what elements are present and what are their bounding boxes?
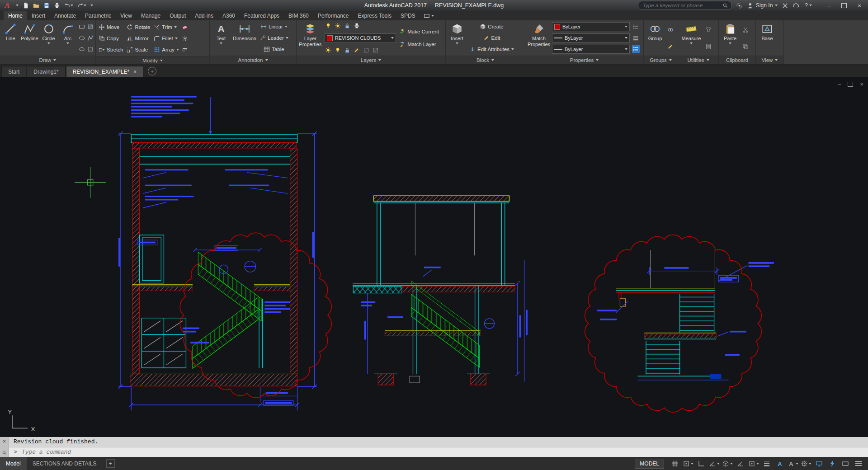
- layer-unlock-button[interactable]: [344, 47, 351, 54]
- maximize-button[interactable]: [836, 0, 852, 11]
- undo-button[interactable]: [63, 1, 75, 10]
- isometric-drafting-toggle[interactable]: [721, 459, 733, 469]
- layer-delete-button[interactable]: [372, 47, 380, 54]
- text-button[interactable]: Text: [211, 21, 231, 55]
- table-button[interactable]: Table: [262, 44, 286, 55]
- redo-button[interactable]: [76, 1, 88, 10]
- base-button[interactable]: Base: [757, 21, 777, 55]
- general-notes-text[interactable]: [131, 96, 212, 134]
- layer-dropdown[interactable]: REVISION CLOUDS: [325, 33, 396, 43]
- lineweight-toggle[interactable]: [760, 459, 773, 469]
- scale-button[interactable]: Scale: [125, 44, 151, 55]
- view-expand-icon[interactable]: [775, 59, 778, 61]
- stretch-button[interactable]: Stretch: [97, 44, 124, 55]
- qat-customize-caret[interactable]: [89, 1, 94, 10]
- minimize-button[interactable]: –: [821, 0, 836, 11]
- drawing-viewport[interactable]: Y X: [0, 77, 868, 437]
- layers-panel-label[interactable]: Layers: [297, 56, 445, 64]
- explode-button[interactable]: [181, 34, 189, 42]
- fillet-button[interactable]: Fillet: [152, 33, 180, 44]
- annotation-monitor-toggle[interactable]: [813, 459, 825, 469]
- block-expand-icon[interactable]: [491, 59, 494, 61]
- block-panel-label[interactable]: Block: [446, 56, 525, 64]
- copy-clip-button[interactable]: [742, 42, 750, 50]
- linear-button[interactable]: Linear: [259, 21, 289, 32]
- model-space-canvas[interactable]: Y X – ×: [0, 77, 868, 437]
- group-edit-button[interactable]: [667, 42, 675, 50]
- rotate-button[interactable]: Rotate: [125, 22, 151, 33]
- tab-close-icon[interactable]: ×: [133, 69, 137, 75]
- command-close-button[interactable]: ×: [3, 439, 6, 444]
- ribbon-tab-view[interactable]: View: [116, 11, 137, 20]
- ribbon-tab-spds[interactable]: SPDS: [396, 11, 420, 20]
- ribbon-tab-parametric[interactable]: Parametric: [80, 11, 116, 20]
- customization-menu-button[interactable]: [852, 459, 864, 469]
- layer-merge-button[interactable]: [363, 47, 370, 54]
- polar-tracking-toggle[interactable]: [708, 459, 720, 469]
- insert-button[interactable]: Insert: [447, 21, 467, 55]
- draw-panel-label[interactable]: Draw: [0, 56, 95, 64]
- object-snap-tracking-toggle[interactable]: [734, 459, 746, 469]
- right-detail-view[interactable]: [597, 250, 774, 380]
- hatch-button[interactable]: [86, 23, 94, 30]
- utilities-panel-label[interactable]: Utilities: [678, 56, 718, 64]
- circle-button[interactable]: Circle: [40, 21, 58, 55]
- groups-panel-label[interactable]: Groups: [644, 56, 678, 64]
- command-search-icon[interactable]: [2, 450, 7, 455]
- lineweight-caret[interactable]: [625, 37, 627, 39]
- sign-in-button[interactable]: Sign In: [747, 2, 778, 9]
- drawing-close-button[interactable]: ×: [860, 81, 863, 88]
- annotation-expand-icon[interactable]: [265, 59, 268, 61]
- annotation-visibility-toggle[interactable]: [774, 459, 786, 469]
- transparency-button[interactable]: [632, 34, 640, 42]
- middle-section-view[interactable]: [353, 196, 528, 385]
- group-button[interactable]: Group: [645, 21, 665, 55]
- layer-dropdown-caret[interactable]: [391, 37, 394, 39]
- layer-walk-button[interactable]: [353, 47, 361, 54]
- circle-dropdown-icon[interactable]: [47, 42, 50, 44]
- linetype-dropdown[interactable]: ByLayer: [552, 45, 630, 54]
- utilities-expand-icon[interactable]: [707, 59, 709, 61]
- match-layer-button[interactable]: Match Layer: [398, 39, 444, 50]
- arc-dropdown-icon[interactable]: [66, 42, 69, 44]
- ellipse-button[interactable]: [78, 46, 85, 53]
- file-tab-start[interactable]: Start: [1, 66, 26, 77]
- properties-expand-icon[interactable]: [596, 59, 599, 61]
- rectangle-button[interactable]: [78, 23, 85, 30]
- offset-button[interactable]: [181, 46, 189, 53]
- ribbon-tab-performance[interactable]: Performance: [313, 11, 354, 20]
- layer-off-button[interactable]: [325, 22, 332, 30]
- clean-screen-toggle[interactable]: [839, 459, 851, 469]
- measure-button[interactable]: Measure: [679, 21, 703, 55]
- linetype-caret[interactable]: [625, 48, 627, 50]
- ribbon-tab-home[interactable]: Home: [4, 11, 27, 20]
- modify-panel-label[interactable]: Modify: [96, 56, 209, 64]
- workspace-switching-control[interactable]: [800, 459, 812, 469]
- array-button[interactable]: Array: [152, 44, 180, 55]
- new-layout-button[interactable]: +: [106, 459, 115, 468]
- leader-button[interactable]: Leader: [258, 33, 290, 43]
- properties-launcher-button[interactable]: [632, 45, 640, 53]
- graphics-performance-toggle[interactable]: [826, 459, 838, 469]
- layer-properties-button[interactable]: Layer Properties: [298, 21, 323, 55]
- match-properties-button[interactable]: Match Properties: [527, 21, 551, 55]
- ribbon-tab-a360[interactable]: A360: [218, 11, 240, 20]
- make-current-button[interactable]: Make Current: [398, 26, 444, 37]
- exchange-apps-icon[interactable]: [782, 2, 788, 9]
- drawing-minimize-button[interactable]: –: [838, 81, 841, 88]
- command-input-row[interactable]: >: [9, 447, 868, 457]
- trim-button[interactable]: Trim: [152, 22, 180, 33]
- object-color-caret[interactable]: [625, 26, 627, 28]
- left-section-view[interactable]: [118, 96, 316, 411]
- close-button[interactable]: ×: [852, 0, 867, 11]
- layers-expand-icon[interactable]: [378, 59, 381, 61]
- create-block-button[interactable]: Create: [478, 21, 505, 32]
- modify-expand-icon[interactable]: [160, 60, 163, 61]
- new-drawing-tab-button[interactable]: +: [148, 67, 156, 75]
- view-panel-label[interactable]: View: [756, 56, 783, 64]
- ribbon-display-toggle[interactable]: [424, 11, 434, 20]
- layer-lock-button[interactable]: [344, 22, 351, 30]
- ribbon-tab-express-tools[interactable]: Express Tools: [353, 11, 396, 20]
- snap-mode-toggle[interactable]: [682, 459, 694, 469]
- ribbon-tab-manage[interactable]: Manage: [137, 11, 165, 20]
